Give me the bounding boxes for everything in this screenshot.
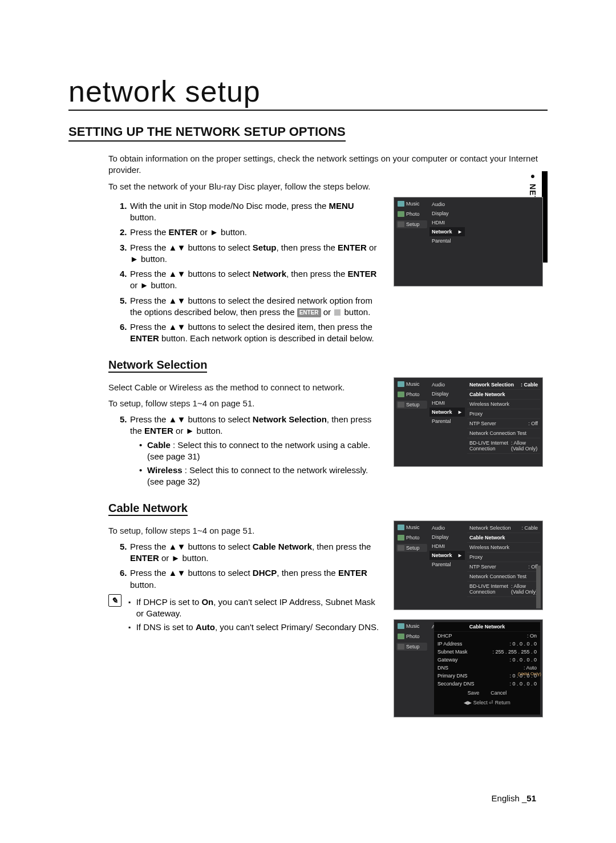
netsel-p1: Select Cable or Wireless as the method t… <box>108 382 382 393</box>
step-2-text-b: or ► button. <box>197 227 247 237</box>
netsel-bullet-wireless: Wireless : Select this to connect to the… <box>139 465 382 488</box>
netsel-5-a: Press the ▲▼ buttons to select <box>130 414 253 424</box>
notes-list: If DHCP is set to On, you can't select I… <box>128 594 382 636</box>
osd-left-photo: Photo <box>396 210 427 218</box>
osd-mid-network: Network ► <box>429 227 465 236</box>
osd-screenshot-4: Music Photo Setup Audio Cable Network DH… <box>394 619 543 717</box>
step-3-a: Press the ▲▼ buttons to select <box>130 243 253 252</box>
osd-left-music: Music <box>396 200 427 208</box>
netsel-bullet-cable: Cable : Select this to connect to the ne… <box>139 439 382 463</box>
note-dhcp-on: If DHCP is set to On, you can't select I… <box>128 596 382 620</box>
step-2-text-a: Press the <box>130 227 169 237</box>
step-6: Press the ▲▼ buttons to select the desir… <box>120 321 382 345</box>
cablent-p1: To setup, follow steps 1~4 on page 51. <box>108 525 382 537</box>
step-6-c: button. Each network option is described… <box>159 333 374 343</box>
note-dns-auto: If DNS is set to Auto, you can't select … <box>128 622 382 633</box>
intro-paragraph-1: To obtain information on the proper sett… <box>108 153 542 176</box>
cable-network-title: Cable Network <box>108 502 188 516</box>
step-6-b: ENTER <box>130 333 159 343</box>
step-1-text-b: button. <box>130 212 156 222</box>
osd4-side: (Valid Only) <box>518 671 541 676</box>
netsel-steps: Press the ▲▼ buttons to select Network S… <box>108 414 382 488</box>
netsel-p2: To setup, follow steps 1~4 on page 51. <box>108 398 382 409</box>
step-4-e: or ► button. <box>130 280 177 290</box>
main-steps-list: With the unit in Stop mode/No Disc mode,… <box>108 200 382 345</box>
osd-mid-hdmi: HDMI <box>429 218 465 227</box>
osd-mid-audio: Audio <box>429 200 465 209</box>
osd-screenshot-1: Music Photo Setup Audio Display HDMI Net… <box>394 197 543 287</box>
netsel-5-b: Network Selection <box>253 414 327 424</box>
network-selection-section: Network Selection Select Cable or Wirele… <box>108 348 542 491</box>
step-5-c: button. <box>342 307 370 317</box>
step-3: Press the ▲▼ buttons to select Setup, th… <box>120 242 382 265</box>
osd-mid-display: Display <box>429 209 465 218</box>
netsel-5-e: or ► button. <box>173 426 223 435</box>
cablent-step-5: Press the ▲▼ buttons to select Cable Net… <box>120 541 382 564</box>
step-3-d: ENTER <box>338 243 367 252</box>
osd-mid-parental: Parental <box>429 236 465 245</box>
page-title: network setup <box>68 74 548 111</box>
osd-screenshot-3: Music Photo Setup Audio Display HDMI Net… <box>394 521 543 610</box>
step-4: Press the ▲▼ buttons to select Network, … <box>120 268 382 292</box>
note-icon: ✎ <box>108 594 121 607</box>
step-4-c: , then press the <box>286 269 348 279</box>
step-1: With the unit in Stop mode/No Disc mode,… <box>120 200 382 224</box>
netsel-step-5: Press the ▲▼ buttons to select Network S… <box>120 414 382 488</box>
footer-lang: English <box>492 793 522 803</box>
network-selection-title: Network Selection <box>108 358 207 373</box>
step-6-a: Press the ▲▼ buttons to select the desir… <box>130 322 372 332</box>
step-4-a: Press the ▲▼ buttons to select <box>130 269 253 279</box>
step-2-bold: ENTER <box>169 227 198 237</box>
intro-block: To obtain information on the proper sett… <box>108 153 542 192</box>
osd4-header: Cable Network <box>434 622 540 632</box>
step-4-d: ENTER <box>348 269 377 279</box>
notes-block: ✎ If DHCP is set to On, you can't select… <box>108 594 382 636</box>
step-5-b: or <box>321 307 334 317</box>
page: ● NETWORK SETUP network setup SETTING UP… <box>0 0 616 843</box>
footer-page: 51 <box>526 793 536 803</box>
cable-network-section: Cable Network To setup, follow steps 1~4… <box>108 491 542 717</box>
steps-and-screenshot-1: With the unit in Stop mode/No Disc mode,… <box>108 197 542 348</box>
intro-paragraph-2: To set the network of your Blu-ray Disc … <box>108 181 542 192</box>
osd-left-setup: Setup <box>396 220 427 228</box>
step-1-text-a: With the unit in Stop mode/No Disc mode,… <box>130 201 329 211</box>
cablent-steps: Press the ▲▼ buttons to select Cable Net… <box>108 541 382 591</box>
right-button-icon <box>334 309 341 316</box>
cablent-step-6: Press the ▲▼ buttons to select DHCP, the… <box>120 567 382 591</box>
osd-screenshot-2: Music Photo Setup Audio Display HDMI Net… <box>394 377 543 467</box>
step-4-b: Network <box>253 269 286 279</box>
step-3-b: Setup <box>253 243 277 252</box>
netsel-bullets: Cable : Select this to connect to the ne… <box>130 439 382 488</box>
step-5: Press the ▲▼ buttons to select the desir… <box>120 295 382 318</box>
page-footer: English _51 <box>492 793 536 803</box>
step-1-bold: MENU <box>329 201 354 211</box>
step-2: Press the ENTER or ► button. <box>120 227 382 238</box>
osd4-foot: ◀▶ Select ⏎ Return <box>434 698 540 707</box>
step-3-c: , then press the <box>276 243 338 252</box>
enter-badge-icon: ENTER <box>297 308 321 317</box>
section-heading: SETTING UP THE NETWORK SETUP OPTIONS <box>68 124 346 142</box>
netsel-5-d: ENTER <box>144 426 173 435</box>
